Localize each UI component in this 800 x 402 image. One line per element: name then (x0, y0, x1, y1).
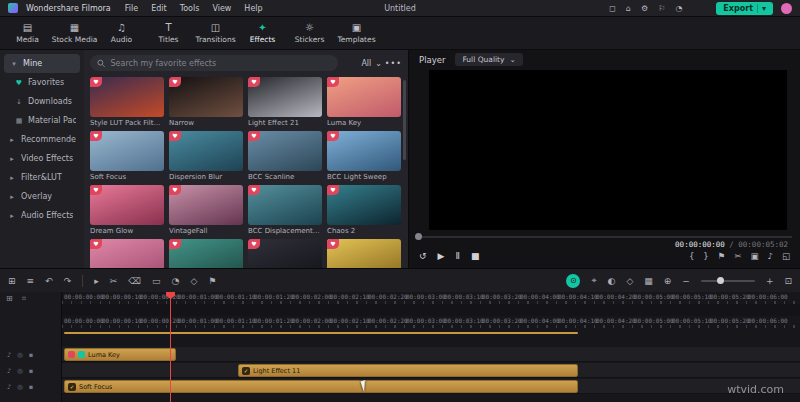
effect-item[interactable]: ♥Light Effect 21 (248, 77, 322, 131)
menu-view[interactable]: View (212, 4, 231, 13)
audio-mixer-icon[interactable]: ▦ (644, 276, 653, 286)
keyframe-icon[interactable]: ◇ (190, 276, 197, 286)
effect-item[interactable]: ♥BCC Light Sweep (327, 131, 401, 185)
tab-stock-media[interactable]: ▦Stock Media (51, 17, 98, 50)
effect-thumbnail[interactable]: ♥ (169, 185, 243, 225)
effect-thumbnail[interactable]: ♥ (327, 239, 401, 268)
favorite-heart-badge[interactable]: ♥ (90, 131, 102, 141)
user-avatar[interactable] (781, 3, 792, 14)
effect-item[interactable]: ♥ (327, 239, 401, 268)
zoom-slider[interactable] (701, 280, 755, 282)
effect-thumbnail[interactable]: ♥ (248, 131, 322, 171)
export-dropdown-icon[interactable]: ▾ (762, 4, 766, 13)
fit-timeline-icon[interactable]: ⊡ (784, 276, 792, 286)
favorite-heart-badge[interactable]: ♥ (327, 131, 339, 141)
effect-thumbnail[interactable]: ♥ (90, 131, 164, 171)
favorite-heart-badge[interactable]: ♥ (327, 77, 339, 87)
account-icon[interactable]: ◔ (675, 4, 682, 13)
favorite-heart-badge[interactable]: ♥ (90, 185, 102, 195)
sidebar-item-material-pack[interactable]: ▦Material Pack (0, 111, 84, 130)
mark-in-button[interactable]: { (689, 251, 694, 261)
delete-icon[interactable]: ⌫ (128, 276, 141, 286)
effect-item[interactable]: ♥Luma Key (327, 77, 401, 131)
mute-track-icon[interactable]: ♪ (7, 351, 11, 359)
chroma-key-icon[interactable]: ◐ (608, 276, 616, 286)
favorite-heart-badge[interactable]: ♥ (327, 239, 339, 249)
mute-track-icon[interactable]: ♪ (7, 367, 11, 375)
effect-thumbnail[interactable]: ♥ (169, 239, 243, 268)
effect-thumbnail[interactable]: ♥ (90, 239, 164, 268)
effect-thumbnail[interactable]: ♥ (327, 131, 401, 171)
video-preview[interactable] (429, 70, 787, 230)
effect-thumbnail[interactable]: ♥ (90, 185, 164, 225)
menu-tools[interactable]: Tools (180, 4, 200, 13)
mark-out-button[interactable]: } (703, 251, 708, 261)
lock-track-icon[interactable]: ▪ (29, 351, 33, 359)
add-track-icon[interactable]: ⊞ (6, 294, 13, 304)
clip-soft-focus[interactable]: ✓Soft Focus (64, 380, 578, 393)
effect-thumbnail[interactable]: ♥ (248, 185, 322, 225)
effect-item[interactable]: ♥BCC Scanline (248, 131, 322, 185)
sidebar-item-recommended[interactable]: ▸Recommended (0, 130, 84, 149)
zoom-out-icon[interactable]: − (682, 276, 690, 286)
search-bar[interactable] (90, 55, 338, 71)
add-marker-icon[interactable]: ⊕ (664, 276, 672, 286)
clip-light-effect-11[interactable]: ✓Light Effect 11 (238, 364, 578, 377)
tab-templates[interactable]: ▣Templates (333, 17, 380, 50)
favorite-heart-badge[interactable]: ♥ (248, 77, 260, 87)
favorite-heart-badge[interactable]: ♥ (327, 185, 339, 195)
favorite-heart-badge[interactable]: ♥ (90, 239, 102, 249)
tab-effects[interactable]: ✦Effects (239, 17, 286, 50)
tab-audio[interactable]: ♫Audio (98, 17, 145, 50)
effect-thumbnail[interactable]: ♥ (248, 239, 322, 268)
hide-track-icon[interactable]: ◎ (17, 367, 23, 375)
track-manager-icon[interactable]: ⌗ (22, 294, 27, 304)
effect-item[interactable]: ♥ (169, 239, 243, 268)
volume-button[interactable]: ♪ (768, 251, 773, 261)
effect-item[interactable]: ♥Style LUT Pack Filter 03 (90, 77, 164, 131)
layout-icon[interactable]: ◻ (609, 4, 616, 13)
effect-item[interactable]: ♥ (248, 239, 322, 268)
motion-track-icon[interactable]: ⌖ (591, 275, 596, 286)
play-button[interactable]: ▶ (438, 251, 445, 261)
sidebar-item-video-effects[interactable]: ▸Video Effects (0, 149, 84, 168)
favorite-heart-badge[interactable]: ♥ (169, 185, 181, 195)
tab-media[interactable]: ▤Media (4, 17, 51, 50)
sidebar-item-favorites[interactable]: ♥Favorites (0, 73, 84, 92)
split-icon[interactable]: ✂ (110, 276, 118, 286)
speed-icon[interactable]: ◔ (172, 276, 180, 286)
effects-scrollbar[interactable] (403, 80, 406, 160)
zoom-in-icon[interactable]: + (766, 276, 774, 286)
crop-icon[interactable]: ▭ (152, 276, 161, 286)
effect-item[interactable]: ♥Dispersion Blur (169, 131, 243, 185)
seek-bar[interactable] (417, 236, 792, 238)
filter-dropdown[interactable]: All ⌄ (361, 55, 382, 71)
favorite-heart-badge[interactable]: ♥ (169, 239, 181, 249)
quality-dropdown[interactable]: Full Quality ⌄ (455, 53, 522, 66)
favorite-heart-badge[interactable]: ♥ (169, 77, 181, 87)
notification-icon[interactable]: ⚐ (658, 4, 665, 13)
more-options-button[interactable]: ••• (385, 55, 402, 71)
search-input[interactable] (110, 59, 331, 68)
sidebar-item-filter-lut[interactable]: ▸Filter&LUT (0, 168, 84, 187)
trim-button[interactable]: ✂ (734, 251, 741, 261)
settings-icon[interactable]: ⚙ (641, 4, 648, 13)
clip-luma-key[interactable]: Luma Key (64, 348, 176, 361)
mute-track-icon[interactable]: ♪ (7, 383, 11, 391)
effect-thumbnail[interactable]: ♥ (90, 77, 164, 117)
sidebar-item-audio-effects[interactable]: ▸Audio Effects (0, 206, 84, 225)
favorite-heart-badge[interactable]: ♥ (248, 239, 260, 249)
favorite-heart-badge[interactable]: ♥ (90, 77, 102, 87)
keyframe-panel-icon[interactable]: ◇ (626, 276, 633, 286)
favorite-heart-badge[interactable]: ♥ (169, 131, 181, 141)
track-options-icon[interactable]: ≡ (27, 276, 35, 286)
pointer-tool-icon[interactable]: ▸ (94, 276, 99, 286)
effect-thumbnail[interactable]: ♥ (169, 131, 243, 171)
effect-thumbnail[interactable]: ♥ (327, 185, 401, 225)
menu-help[interactable]: Help (244, 4, 262, 13)
effect-item[interactable]: ♥Dream Glow (90, 185, 164, 239)
export-button[interactable]: Export ▾ (716, 2, 773, 15)
effect-item[interactable]: ♥BCC Displacement Map (248, 185, 322, 239)
menu-file[interactable]: File (125, 4, 138, 13)
effect-item[interactable]: ♥Chaos 2 (327, 185, 401, 239)
